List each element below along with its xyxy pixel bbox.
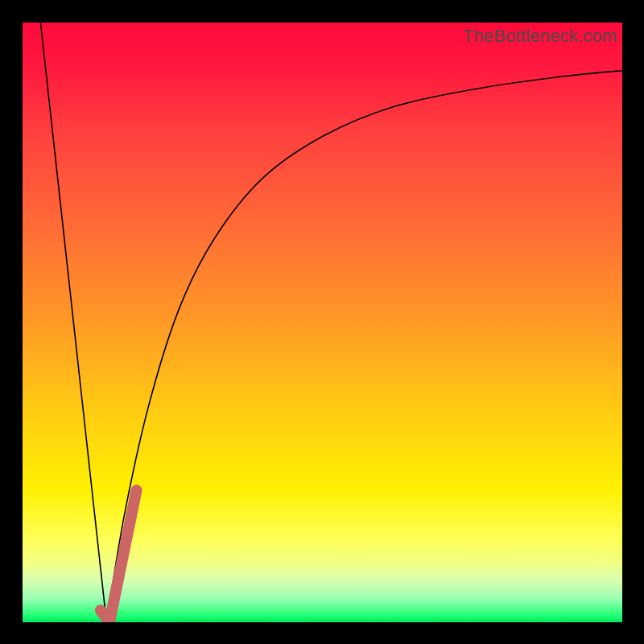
curves-svg [23, 23, 622, 622]
chart-root: TheBottleneck.com [0, 0, 644, 644]
plot-area: TheBottleneck.com [23, 23, 622, 622]
highlight-thick [101, 490, 137, 622]
right-curve-thin [106, 71, 622, 622]
left-line-thin [40, 23, 106, 622]
